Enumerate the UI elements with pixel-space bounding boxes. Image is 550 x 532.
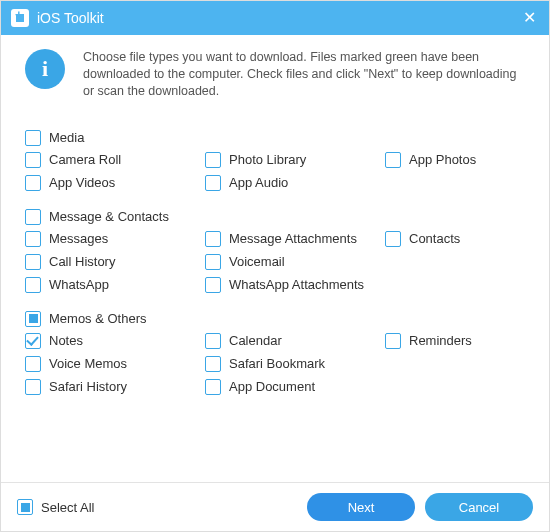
checkbox-app-document[interactable] bbox=[205, 379, 221, 395]
section-header-message-contacts[interactable]: Message & Contacts bbox=[25, 209, 525, 225]
select-all[interactable]: Select All bbox=[17, 499, 94, 515]
label-app-photos: App Photos bbox=[409, 152, 476, 167]
item-contacts[interactable]: Contacts bbox=[385, 231, 525, 247]
checkbox-app-photos[interactable] bbox=[385, 152, 401, 168]
item-voicemail[interactable]: Voicemail bbox=[205, 254, 385, 270]
item-reminders[interactable]: Reminders bbox=[385, 333, 525, 349]
section-checkbox-message-contacts[interactable] bbox=[25, 209, 41, 225]
section-media: MediaCamera RollPhoto LibraryApp PhotosA… bbox=[25, 130, 525, 191]
label-voice-memos: Voice Memos bbox=[49, 356, 127, 371]
cancel-button[interactable]: Cancel bbox=[425, 493, 533, 521]
section-message-contacts: Message & ContactsMessagesMessage Attach… bbox=[25, 209, 525, 293]
label-safari-history: Safari History bbox=[49, 379, 127, 394]
checkbox-photo-library[interactable] bbox=[205, 152, 221, 168]
label-app-videos: App Videos bbox=[49, 175, 115, 190]
checkbox-voice-memos[interactable] bbox=[25, 356, 41, 372]
intro: i Choose file types you want to download… bbox=[25, 49, 525, 100]
label-camera-roll: Camera Roll bbox=[49, 152, 121, 167]
close-icon[interactable]: ✕ bbox=[517, 10, 541, 26]
item-photo-library[interactable]: Photo Library bbox=[205, 152, 385, 168]
titlebar: iOS Toolkit ✕ bbox=[1, 1, 549, 35]
select-all-label: Select All bbox=[41, 500, 94, 515]
label-app-document: App Document bbox=[229, 379, 315, 394]
sections: MediaCamera RollPhoto LibraryApp PhotosA… bbox=[25, 130, 525, 395]
checkbox-message-attachments[interactable] bbox=[205, 231, 221, 247]
next-button[interactable]: Next bbox=[307, 493, 415, 521]
label-messages: Messages bbox=[49, 231, 108, 246]
label-whatsapp: WhatsApp bbox=[49, 277, 109, 292]
label-photo-library: Photo Library bbox=[229, 152, 306, 167]
section-checkbox-media[interactable] bbox=[25, 130, 41, 146]
checkbox-calendar[interactable] bbox=[205, 333, 221, 349]
label-app-audio: App Audio bbox=[229, 175, 288, 190]
item-message-attachments[interactable]: Message Attachments bbox=[205, 231, 385, 247]
select-all-checkbox[interactable] bbox=[17, 499, 33, 515]
checkbox-notes[interactable] bbox=[25, 333, 41, 349]
checkbox-voicemail[interactable] bbox=[205, 254, 221, 270]
info-icon: i bbox=[25, 49, 65, 89]
item-voice-memos[interactable]: Voice Memos bbox=[25, 356, 205, 372]
label-voicemail: Voicemail bbox=[229, 254, 285, 269]
checkbox-camera-roll[interactable] bbox=[25, 152, 41, 168]
footer: Select All Next Cancel bbox=[1, 482, 549, 531]
label-reminders: Reminders bbox=[409, 333, 472, 348]
checkbox-app-audio[interactable] bbox=[205, 175, 221, 191]
label-whatsapp-attachments: WhatsApp Attachments bbox=[229, 277, 364, 292]
item-messages[interactable]: Messages bbox=[25, 231, 205, 247]
item-app-videos[interactable]: App Videos bbox=[25, 175, 205, 191]
checkbox-safari-history[interactable] bbox=[25, 379, 41, 395]
checkbox-whatsapp-attachments[interactable] bbox=[205, 277, 221, 293]
window: iOS Toolkit ✕ i Choose file types you wa… bbox=[0, 0, 550, 532]
section-label-memos-others: Memos & Others bbox=[49, 311, 147, 326]
body: i Choose file types you want to download… bbox=[1, 35, 549, 482]
item-camera-roll[interactable]: Camera Roll bbox=[25, 152, 205, 168]
checkbox-app-videos[interactable] bbox=[25, 175, 41, 191]
checkbox-reminders[interactable] bbox=[385, 333, 401, 349]
item-whatsapp[interactable]: WhatsApp bbox=[25, 277, 205, 293]
item-whatsapp-attachments[interactable]: WhatsApp Attachments bbox=[205, 277, 385, 293]
checkbox-contacts[interactable] bbox=[385, 231, 401, 247]
app-logo-icon bbox=[11, 9, 29, 27]
section-checkbox-memos-others[interactable] bbox=[25, 311, 41, 327]
section-label-message-contacts: Message & Contacts bbox=[49, 209, 169, 224]
section-grid-media: Camera RollPhoto LibraryApp PhotosApp Vi… bbox=[25, 152, 525, 191]
label-contacts: Contacts bbox=[409, 231, 460, 246]
section-grid-message-contacts: MessagesMessage AttachmentsContactsCall … bbox=[25, 231, 525, 293]
section-label-media: Media bbox=[49, 130, 84, 145]
label-notes: Notes bbox=[49, 333, 83, 348]
item-app-photos[interactable]: App Photos bbox=[385, 152, 525, 168]
section-grid-memos-others: NotesCalendarRemindersVoice MemosSafari … bbox=[25, 333, 525, 395]
intro-text: Choose file types you want to download. … bbox=[83, 49, 525, 100]
item-notes[interactable]: Notes bbox=[25, 333, 205, 349]
label-call-history: Call History bbox=[49, 254, 115, 269]
item-calendar[interactable]: Calendar bbox=[205, 333, 385, 349]
section-header-media[interactable]: Media bbox=[25, 130, 525, 146]
checkbox-call-history[interactable] bbox=[25, 254, 41, 270]
item-safari-history[interactable]: Safari History bbox=[25, 379, 205, 395]
label-calendar: Calendar bbox=[229, 333, 282, 348]
label-message-attachments: Message Attachments bbox=[229, 231, 357, 246]
item-app-audio[interactable]: App Audio bbox=[205, 175, 385, 191]
section-memos-others: Memos & OthersNotesCalendarRemindersVoic… bbox=[25, 311, 525, 395]
label-safari-bookmark: Safari Bookmark bbox=[229, 356, 325, 371]
checkbox-safari-bookmark[interactable] bbox=[205, 356, 221, 372]
section-header-memos-others[interactable]: Memos & Others bbox=[25, 311, 525, 327]
window-title: iOS Toolkit bbox=[37, 10, 517, 26]
checkbox-messages[interactable] bbox=[25, 231, 41, 247]
checkbox-whatsapp[interactable] bbox=[25, 277, 41, 293]
item-safari-bookmark[interactable]: Safari Bookmark bbox=[205, 356, 385, 372]
item-app-document[interactable]: App Document bbox=[205, 379, 385, 395]
item-call-history[interactable]: Call History bbox=[25, 254, 205, 270]
